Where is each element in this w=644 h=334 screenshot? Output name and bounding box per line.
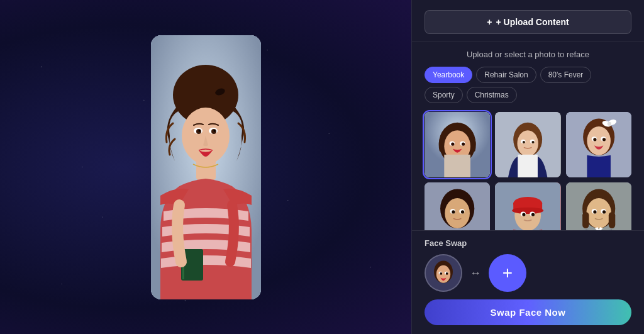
svg-rect-22 — [444, 155, 470, 178]
photo-grid — [425, 112, 631, 230]
svg-point-57 — [531, 213, 535, 216]
svg-point-53 — [512, 208, 543, 214]
svg-point-20 — [451, 143, 454, 146]
filter-tabs: Yearbook Rehair Salon 80's Fever Sporty … — [425, 67, 631, 103]
swap-arrow-icon: ↔ — [470, 267, 481, 280]
svg-point-10 — [213, 130, 215, 131]
filter-tab-sporty[interactable]: Sporty — [425, 87, 463, 103]
svg-rect-30 — [518, 155, 538, 178]
right-panel: + + Upload Content Upload or select a ph… — [411, 0, 644, 334]
svg-point-33 — [587, 126, 611, 155]
svg-point-60 — [586, 198, 611, 228]
gallery-subtitle: Upload or select a photo to reface — [425, 50, 631, 59]
left-panel — [0, 0, 411, 334]
main-image-card — [151, 35, 261, 299]
photo-item-2[interactable] — [495, 112, 560, 177]
svg-point-66 — [602, 211, 606, 214]
gallery-section: Upload or select a photo to reface Yearb… — [412, 42, 644, 230]
svg-point-21 — [462, 143, 465, 146]
filter-tab-rehair-salon[interactable]: Rehair Salon — [476, 67, 536, 83]
svg-point-56 — [523, 213, 526, 216]
photo-item-1[interactable] — [425, 112, 490, 177]
filter-tab-80s-fever[interactable]: 80's Fever — [540, 67, 592, 83]
svg-point-28 — [523, 141, 525, 143]
svg-point-74 — [446, 272, 448, 275]
svg-point-43 — [445, 198, 470, 228]
svg-rect-61 — [582, 212, 589, 228]
photo-item-6[interactable] — [566, 182, 631, 230]
svg-point-73 — [440, 272, 442, 275]
face-avatar — [425, 254, 462, 292]
photo-item-4[interactable] — [425, 182, 490, 230]
svg-point-46 — [452, 211, 455, 214]
swap-face-now-label: Swap Face Now — [491, 307, 566, 318]
svg-point-9 — [198, 130, 200, 131]
face-swap-section: Face Swap ↔ + — [412, 230, 644, 334]
svg-point-47 — [461, 211, 464, 214]
add-icon: + — [502, 263, 513, 283]
svg-point-65 — [593, 211, 596, 214]
face-swap-controls: ↔ + — [425, 254, 631, 292]
svg-rect-62 — [608, 212, 614, 228]
swap-face-now-button[interactable]: Swap Face Now — [425, 299, 631, 325]
add-face-button[interactable]: + — [489, 254, 526, 292]
upload-plus-icon: + — [487, 17, 492, 27]
upload-button-label: + Upload Content — [496, 17, 569, 27]
photo-item-3[interactable] — [566, 112, 631, 177]
filter-tab-christmas[interactable]: Christmas — [467, 87, 517, 103]
svg-point-29 — [532, 141, 535, 143]
svg-point-36 — [593, 138, 596, 141]
svg-point-25 — [518, 130, 538, 157]
filter-tab-yearbook[interactable]: Yearbook — [425, 67, 472, 83]
upload-content-button[interactable]: + + Upload Content — [425, 10, 631, 34]
upload-section: + + Upload Content — [412, 0, 644, 42]
svg-point-40 — [607, 122, 611, 126]
svg-point-37 — [602, 138, 606, 141]
photo-item-5[interactable] — [495, 182, 560, 230]
face-swap-label: Face Swap — [425, 238, 631, 248]
